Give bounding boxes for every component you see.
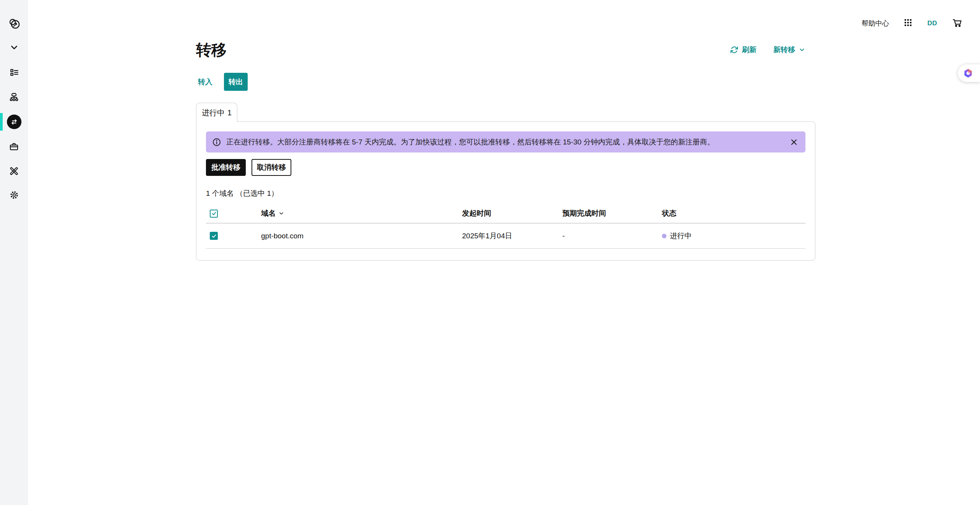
column-header-initiated: 发起时间 bbox=[462, 208, 562, 218]
sidebar-expand-toggle[interactable] bbox=[0, 43, 28, 52]
select-all-checkbox[interactable] bbox=[210, 210, 218, 218]
tab-transfer-out[interactable]: 转出 bbox=[224, 73, 248, 91]
tab-in-progress[interactable]: 进行中 1 bbox=[196, 103, 237, 122]
table-header-row: 域名 发起时间 预期完成时间 状态 bbox=[206, 204, 805, 223]
banner-message: 正在进行转移。大部分注册商转移将在 5-7 天内完成。为了加快该过程，您可以批准… bbox=[226, 137, 714, 147]
close-icon bbox=[790, 138, 798, 146]
selection-summary: 1 个域名 （已选中 1） bbox=[206, 189, 805, 198]
status-dot bbox=[662, 234, 666, 238]
transfers-page: 帮助中心 DD 转移 bbox=[0, 0, 980, 505]
apps-grid-icon bbox=[903, 18, 913, 29]
browser-extension-widget[interactable] bbox=[958, 64, 980, 82]
transfers-icon bbox=[7, 115, 21, 129]
cell-domain: gpt-boot.com bbox=[261, 232, 462, 240]
cell-initiated: 2025年1月04日 bbox=[462, 231, 562, 241]
transfers-table: 域名 发起时间 预期完成时间 状态 bbox=[206, 204, 805, 249]
sidebar bbox=[0, 0, 28, 505]
page-header: 转移 刷新 新转移 bbox=[196, 40, 815, 60]
tab-transfer-in[interactable]: 转入 bbox=[193, 73, 217, 91]
refresh-button[interactable]: 刷新 bbox=[730, 45, 756, 55]
sort-chevron-icon bbox=[278, 210, 284, 216]
chevron-down-icon bbox=[9, 43, 19, 52]
apps-grid-button[interactable] bbox=[903, 18, 913, 29]
column-header-domain[interactable]: 域名 bbox=[261, 208, 462, 218]
status-label: 进行中 bbox=[670, 231, 692, 241]
chevron-down-icon bbox=[799, 46, 805, 53]
hexagon-logo-icon bbox=[963, 68, 973, 79]
gear-icon bbox=[9, 190, 19, 200]
table-row: gpt-boot.com 2025年1月04日 - 进行中 bbox=[206, 223, 805, 249]
cell-expected: - bbox=[562, 232, 662, 240]
topbar: 帮助中心 DD bbox=[861, 14, 962, 33]
transfer-info-banner: 正在进行转移。大部分注册商转移将在 5-7 天内完成。为了加快该过程，您可以批准… bbox=[206, 131, 805, 152]
column-header-expected: 预期完成时间 bbox=[562, 208, 662, 218]
action-buttons: 批准转移 取消转移 bbox=[206, 159, 805, 176]
avatar[interactable]: DD bbox=[927, 20, 937, 27]
dns-tree-icon bbox=[9, 92, 19, 102]
approve-transfer-button[interactable]: 批准转移 bbox=[206, 159, 246, 176]
info-icon bbox=[212, 138, 221, 147]
sidebar-item-business[interactable] bbox=[0, 142, 28, 151]
briefcase-icon bbox=[9, 141, 19, 152]
godaddy-logo-icon bbox=[8, 18, 20, 30]
row-checkbox[interactable] bbox=[210, 232, 218, 240]
godaddy-logo[interactable] bbox=[0, 17, 28, 31]
sidebar-item-dns[interactable] bbox=[0, 92, 28, 102]
domain-header-label: 域名 bbox=[261, 208, 276, 218]
page-title: 转移 bbox=[196, 40, 227, 60]
sidebar-item-settings[interactable] bbox=[0, 190, 28, 200]
refresh-label: 刷新 bbox=[742, 45, 756, 55]
sidebar-item-transfers[interactable] bbox=[0, 115, 28, 129]
cart-icon bbox=[952, 17, 962, 30]
new-transfer-label: 新转移 bbox=[773, 45, 795, 55]
new-transfer-dropdown[interactable]: 新转移 bbox=[773, 45, 805, 55]
view-tabs: 转入 转出 bbox=[193, 73, 248, 91]
help-center-link[interactable]: 帮助中心 bbox=[861, 19, 889, 28]
in-progress-panel: 正在进行转移。大部分注册商转移将在 5-7 天内完成。为了加快该过程，您可以批准… bbox=[196, 121, 815, 261]
tab-in-progress-label: 进行中 bbox=[202, 108, 225, 118]
domain-list-icon bbox=[9, 67, 19, 77]
header-actions: 刷新 新转移 bbox=[730, 45, 805, 55]
tab-in-progress-count: 1 bbox=[227, 108, 232, 117]
column-header-status: 状态 bbox=[662, 208, 805, 218]
sidebar-item-design-tools[interactable] bbox=[0, 166, 28, 175]
cell-status: 进行中 bbox=[662, 231, 805, 241]
cancel-transfer-button[interactable]: 取消转移 bbox=[252, 159, 291, 176]
sidebar-item-domain-list[interactable] bbox=[0, 68, 28, 77]
banner-close-button[interactable] bbox=[790, 138, 798, 146]
cart-button[interactable] bbox=[952, 17, 962, 30]
refresh-icon bbox=[730, 46, 738, 54]
pencil-ruler-icon bbox=[9, 166, 19, 176]
